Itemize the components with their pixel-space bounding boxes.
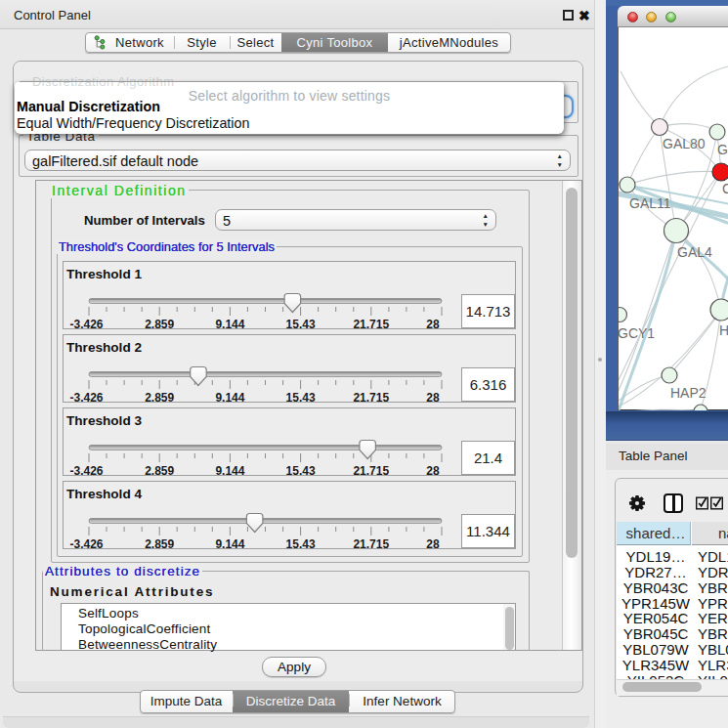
- svg-text:21.715: 21.715: [353, 464, 389, 477]
- svg-text:15.43: 15.43: [286, 537, 316, 550]
- svg-text:GCY1: GCY1: [619, 325, 655, 341]
- svg-text:15.43: 15.43: [286, 318, 316, 330]
- svg-text:9.144: 9.144: [215, 464, 244, 477]
- svg-text:2.859: 2.859: [145, 464, 174, 477]
- svg-text:28: 28: [426, 464, 440, 477]
- svg-text:9.144: 9.144: [215, 537, 244, 550]
- svg-text:15.43: 15.43: [286, 464, 316, 477]
- svg-text:GAL80: GAL80: [663, 136, 706, 151]
- svg-text:21.715: 21.715: [353, 318, 389, 330]
- svg-text:21.715: 21.715: [353, 391, 389, 404]
- svg-text:15.43: 15.43: [286, 391, 316, 404]
- svg-text:28: 28: [426, 537, 440, 550]
- svg-text:28: 28: [426, 318, 440, 330]
- svg-text:GAL11: GAL11: [629, 195, 671, 211]
- svg-text:HAP2: HAP2: [670, 385, 707, 401]
- svg-text:HI: HI: [719, 322, 728, 338]
- svg-text:-3.426: -3.426: [69, 318, 103, 330]
- svg-text:9.144: 9.144: [215, 318, 244, 330]
- svg-text:2.859: 2.859: [145, 391, 174, 404]
- svg-text:-3.426: -3.426: [69, 464, 103, 477]
- svg-text:28: 28: [426, 391, 440, 404]
- svg-text:CY: CY: [722, 181, 728, 196]
- svg-text:9.144: 9.144: [215, 391, 244, 404]
- svg-text:21.715: 21.715: [353, 537, 389, 550]
- svg-text:-3.426: -3.426: [69, 391, 103, 404]
- svg-text:GAL4: GAL4: [677, 244, 712, 260]
- svg-text:-3.426: -3.426: [69, 537, 103, 550]
- svg-text:GAL: GAL: [717, 142, 728, 157]
- svg-text:2.859: 2.859: [145, 537, 174, 550]
- svg-text:2.859: 2.859: [145, 318, 174, 330]
